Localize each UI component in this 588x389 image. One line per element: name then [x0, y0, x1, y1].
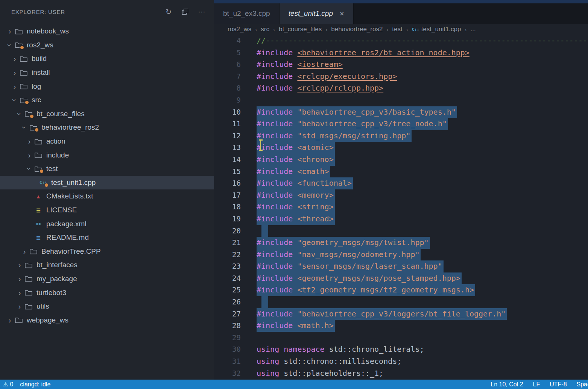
chevron-right-icon[interactable]: ›	[16, 275, 23, 283]
code-text[interactable]: #include <iostream>	[257, 59, 343, 71]
line-number[interactable]: 17	[214, 189, 241, 201]
status-encoding-indicator[interactable]: UTF-8	[550, 381, 567, 388]
chevron-right-icon[interactable]: ›	[11, 69, 18, 76]
status-eol-indicator[interactable]: LF	[533, 381, 540, 388]
tree-item-ros2_ws[interactable]: ›ros2_ws	[0, 38, 214, 52]
code-line-30[interactable]: 30using namespace std::chrono_literals;	[214, 344, 588, 356]
chevron-right-icon[interactable]: ›	[26, 138, 33, 145]
tree-item-build[interactable]: ›build	[0, 52, 214, 66]
code-line-12[interactable]: 12#include "std_msgs/msg/string.hpp"	[214, 130, 588, 142]
line-number[interactable]: 18	[214, 201, 241, 213]
chevron-down-icon[interactable]: ›	[6, 41, 14, 49]
code-area[interactable]: 4//-------------------------------------…	[214, 35, 588, 380]
code-text[interactable]: using std::chrono::milliseconds;	[257, 356, 401, 368]
tree-item-bt_course_files[interactable]: ›bt_course_files	[0, 107, 214, 121]
code-text[interactable]: #include <rclcpp/executors.hpp>	[257, 71, 397, 83]
line-number[interactable]: 30	[214, 344, 241, 356]
tree-item-turtlebot3[interactable]: ›turtlebot3	[0, 286, 214, 300]
code-text[interactable]: #include "behaviortree_cpp_v3/basic_type…	[257, 106, 457, 118]
status-indentation-indicator[interactable]: Spac	[577, 381, 588, 388]
code-line-14[interactable]: 14#include <chrono>	[214, 154, 588, 166]
tree-item-test[interactable]: ›test	[0, 162, 214, 176]
chevron-down-icon[interactable]: ›	[16, 110, 23, 118]
line-number[interactable]: 14	[214, 154, 241, 166]
code-line-31[interactable]: 31using std::chrono::milliseconds;	[214, 356, 588, 368]
code-line-27[interactable]: 27#include "behaviortree_cpp_v3/loggers/…	[214, 308, 588, 320]
breadcrumb-item-test_unit1.cpp[interactable]: C++test_unit1.cpp	[412, 26, 461, 33]
more-actions-icon[interactable]: ···	[198, 8, 205, 15]
line-number[interactable]: 23	[214, 260, 241, 272]
code-text[interactable]: #include "nav_msgs/msg/odometry.hpp"	[257, 249, 421, 261]
code-line-5[interactable]: 5#include <behaviortree_ros2/bt_action_n…	[214, 47, 588, 59]
line-number[interactable]: 32	[214, 368, 241, 380]
code-line-4[interactable]: 4//-------------------------------------…	[214, 35, 588, 47]
code-text[interactable]: #include <behaviortree_ros2/bt_action_no…	[257, 47, 469, 59]
chevron-down-icon[interactable]: ›	[21, 124, 28, 131]
code-text[interactable]: #include "behaviortree_cpp_v3/tree_node.…	[257, 118, 448, 130]
line-number[interactable]: 21	[214, 237, 241, 249]
line-number[interactable]: 16	[214, 177, 241, 189]
code-text[interactable]: #include "std_msgs/msg/string.hpp"	[257, 130, 412, 142]
line-number[interactable]: 24	[214, 272, 241, 285]
tree-item-LICENSE[interactable]: ≡LICENSE	[0, 203, 214, 217]
status-clangd-status[interactable]: clangd: idle	[20, 381, 50, 388]
tree-item-README.md[interactable]: ≡README.md	[0, 231, 214, 245]
code-text[interactable]: #include <thread>	[257, 213, 335, 225]
code-text[interactable]: #include "geometry_msgs/msg/twist.hpp"	[257, 237, 430, 249]
code-text[interactable]: #include <string>	[257, 201, 335, 213]
line-number[interactable]: 22	[214, 249, 241, 261]
tree-item-webpage_ws[interactable]: ›webpage_ws	[0, 313, 214, 327]
chevron-down-icon[interactable]: ›	[11, 96, 18, 104]
tree-item-install[interactable]: ›install	[0, 66, 214, 80]
chevron-right-icon[interactable]: ›	[21, 248, 28, 255]
line-number[interactable]: 28	[214, 320, 241, 332]
breadcrumb-item-src[interactable]: src	[261, 26, 269, 33]
code-line-21[interactable]: 21#include "geometry_msgs/msg/twist.hpp"	[214, 237, 588, 249]
tree-item-action[interactable]: ›action	[0, 135, 214, 148]
breadcrumb-item-...[interactable]: ...	[471, 26, 476, 33]
code-line-10[interactable]: 10#include "behaviortree_cpp_v3/basic_ty…	[214, 106, 588, 118]
code-line-28[interactable]: 28#include <math.h>	[214, 320, 588, 332]
line-number[interactable]: 13	[214, 142, 241, 154]
tab-test_unit1.cpp[interactable]: test_unit1.cpp×	[280, 3, 354, 24]
line-number[interactable]: 10	[214, 106, 241, 118]
code-text[interactable]: #include <atomic>	[257, 142, 335, 154]
line-number[interactable]: 26	[214, 296, 241, 308]
tree-item-notebook_ws[interactable]: ›notebook_ws	[0, 24, 214, 38]
status-problems[interactable]: ⚠0	[3, 381, 13, 388]
collapse-all-icon[interactable]	[182, 8, 188, 15]
tree-item-package.xml[interactable]: <>package.xml	[0, 217, 214, 231]
chevron-right-icon[interactable]: ›	[6, 316, 14, 324]
code-line-19[interactable]: 19#include <thread>	[214, 213, 588, 225]
code-line-15[interactable]: 15#include <cmath>	[214, 166, 588, 178]
chevron-right-icon[interactable]: ›	[6, 27, 14, 35]
code-line-11[interactable]: 11#include "behaviortree_cpp_v3/tree_nod…	[214, 118, 588, 130]
chevron-right-icon[interactable]: ›	[11, 55, 18, 62]
line-number[interactable]: 29	[214, 332, 241, 344]
code-line-20[interactable]: 20	[214, 225, 588, 237]
code-line-18[interactable]: 18#include <string>	[214, 201, 588, 213]
status-cursor-position[interactable]: Ln 10, Col 2	[491, 381, 523, 388]
breadcrumb-item-bt_course_files[interactable]: bt_course_files	[279, 26, 322, 33]
code-text[interactable]: #include <tf2_geometry_msgs/tf2_geometry…	[257, 284, 475, 296]
chevron-right-icon[interactable]: ›	[26, 151, 33, 159]
line-number[interactable]: 25	[214, 284, 241, 296]
code-text[interactable]: //--------------------------------------…	[257, 35, 588, 47]
code-text[interactable]: #include <cmath>	[257, 166, 330, 178]
code-text[interactable]: #include "behaviortree_cpp_v3/loggers/bt…	[257, 308, 507, 320]
line-number[interactable]: 15	[214, 166, 241, 178]
code-line-17[interactable]: 17#include <memory>	[214, 189, 588, 201]
code-text[interactable]: #include <math.h>	[257, 320, 335, 332]
chevron-down-icon[interactable]: ›	[26, 165, 33, 173]
code-line-22[interactable]: 22#include "nav_msgs/msg/odometry.hpp"	[214, 249, 588, 261]
code-line-9[interactable]: 9	[214, 94, 588, 106]
tree-item-utils[interactable]: ›utils	[0, 300, 214, 313]
line-number[interactable]: 12	[214, 130, 241, 142]
tree-item-CMakeLists.txt[interactable]: ▲CMakeLists.txt	[0, 189, 214, 203]
tree-item-src[interactable]: ›src	[0, 93, 214, 107]
code-line-8[interactable]: 8#include <rclcpp/rclcpp.hpp>	[214, 82, 588, 94]
breadcrumb-item-test[interactable]: test	[392, 26, 402, 33]
breadcrumb-item-behaviortree_ros2[interactable]: behaviortree_ros2	[331, 26, 383, 33]
code-text[interactable]: using std::placeholders::_1;	[257, 368, 383, 380]
tree-item-log[interactable]: ›log	[0, 79, 214, 93]
